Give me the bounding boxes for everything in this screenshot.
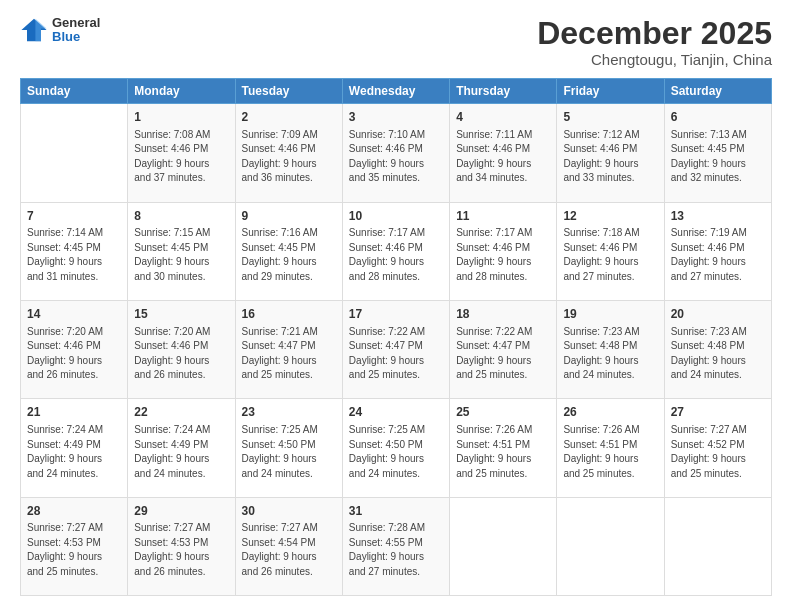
- header-day-monday: Monday: [128, 79, 235, 104]
- logo-blue: Blue: [52, 30, 100, 44]
- header-row: SundayMondayTuesdayWednesdayThursdayFrid…: [21, 79, 772, 104]
- cell-day-number: 28: [27, 503, 121, 520]
- calendar-cell: [664, 497, 771, 595]
- cell-day-number: 5: [563, 109, 657, 126]
- calendar-cell: 17Sunrise: 7:22 AMSunset: 4:47 PMDayligh…: [342, 300, 449, 398]
- cell-day-number: 30: [242, 503, 336, 520]
- cell-day-number: 1: [134, 109, 228, 126]
- cell-day-number: 14: [27, 306, 121, 323]
- cell-day-number: 16: [242, 306, 336, 323]
- cell-info: Sunrise: 7:15 AMSunset: 4:45 PMDaylight:…: [134, 226, 228, 284]
- cell-day-number: 6: [671, 109, 765, 126]
- cell-day-number: 31: [349, 503, 443, 520]
- cell-day-number: 15: [134, 306, 228, 323]
- cell-day-number: 9: [242, 208, 336, 225]
- cell-info: Sunrise: 7:17 AMSunset: 4:46 PMDaylight:…: [349, 226, 443, 284]
- calendar-cell: 14Sunrise: 7:20 AMSunset: 4:46 PMDayligh…: [21, 300, 128, 398]
- cell-info: Sunrise: 7:09 AMSunset: 4:46 PMDaylight:…: [242, 128, 336, 186]
- week-row-2: 14Sunrise: 7:20 AMSunset: 4:46 PMDayligh…: [21, 300, 772, 398]
- calendar-cell: 10Sunrise: 7:17 AMSunset: 4:46 PMDayligh…: [342, 202, 449, 300]
- cell-info: Sunrise: 7:26 AMSunset: 4:51 PMDaylight:…: [563, 423, 657, 481]
- cell-day-number: 17: [349, 306, 443, 323]
- calendar-cell: 22Sunrise: 7:24 AMSunset: 4:49 PMDayligh…: [128, 399, 235, 497]
- calendar-cell: 2Sunrise: 7:09 AMSunset: 4:46 PMDaylight…: [235, 104, 342, 202]
- calendar-cell: 26Sunrise: 7:26 AMSunset: 4:51 PMDayligh…: [557, 399, 664, 497]
- cell-day-number: 29: [134, 503, 228, 520]
- calendar-cell: 30Sunrise: 7:27 AMSunset: 4:54 PMDayligh…: [235, 497, 342, 595]
- calendar-cell: 29Sunrise: 7:27 AMSunset: 4:53 PMDayligh…: [128, 497, 235, 595]
- calendar-cell: 1Sunrise: 7:08 AMSunset: 4:46 PMDaylight…: [128, 104, 235, 202]
- cell-day-number: 3: [349, 109, 443, 126]
- cell-info: Sunrise: 7:24 AMSunset: 4:49 PMDaylight:…: [134, 423, 228, 481]
- calendar-cell: 23Sunrise: 7:25 AMSunset: 4:50 PMDayligh…: [235, 399, 342, 497]
- cell-info: Sunrise: 7:19 AMSunset: 4:46 PMDaylight:…: [671, 226, 765, 284]
- cell-day-number: 10: [349, 208, 443, 225]
- page: General Blue December 2025 Chengtougu, T…: [0, 0, 792, 612]
- title-block: December 2025 Chengtougu, Tianjin, China: [537, 16, 772, 68]
- header-day-tuesday: Tuesday: [235, 79, 342, 104]
- cell-info: Sunrise: 7:12 AMSunset: 4:46 PMDaylight:…: [563, 128, 657, 186]
- calendar-cell: 7Sunrise: 7:14 AMSunset: 4:45 PMDaylight…: [21, 202, 128, 300]
- calendar-cell: 9Sunrise: 7:16 AMSunset: 4:45 PMDaylight…: [235, 202, 342, 300]
- cell-info: Sunrise: 7:24 AMSunset: 4:49 PMDaylight:…: [27, 423, 121, 481]
- calendar-cell: 13Sunrise: 7:19 AMSunset: 4:46 PMDayligh…: [664, 202, 771, 300]
- cell-day-number: 11: [456, 208, 550, 225]
- calendar-cell: 5Sunrise: 7:12 AMSunset: 4:46 PMDaylight…: [557, 104, 664, 202]
- cell-day-number: 2: [242, 109, 336, 126]
- calendar-cell: 27Sunrise: 7:27 AMSunset: 4:52 PMDayligh…: [664, 399, 771, 497]
- cell-info: Sunrise: 7:27 AMSunset: 4:52 PMDaylight:…: [671, 423, 765, 481]
- cell-info: Sunrise: 7:28 AMSunset: 4:55 PMDaylight:…: [349, 521, 443, 579]
- cell-info: Sunrise: 7:21 AMSunset: 4:47 PMDaylight:…: [242, 325, 336, 383]
- cell-info: Sunrise: 7:17 AMSunset: 4:46 PMDaylight:…: [456, 226, 550, 284]
- cell-info: Sunrise: 7:26 AMSunset: 4:51 PMDaylight:…: [456, 423, 550, 481]
- cell-info: Sunrise: 7:16 AMSunset: 4:45 PMDaylight:…: [242, 226, 336, 284]
- cell-day-number: 18: [456, 306, 550, 323]
- location: Chengtougu, Tianjin, China: [537, 51, 772, 68]
- month-title: December 2025: [537, 16, 772, 51]
- header-day-sunday: Sunday: [21, 79, 128, 104]
- week-row-3: 21Sunrise: 7:24 AMSunset: 4:49 PMDayligh…: [21, 399, 772, 497]
- calendar-cell: 11Sunrise: 7:17 AMSunset: 4:46 PMDayligh…: [450, 202, 557, 300]
- calendar-cell: 3Sunrise: 7:10 AMSunset: 4:46 PMDaylight…: [342, 104, 449, 202]
- calendar-body: 1Sunrise: 7:08 AMSunset: 4:46 PMDaylight…: [21, 104, 772, 596]
- cell-day-number: 22: [134, 404, 228, 421]
- cell-info: Sunrise: 7:11 AMSunset: 4:46 PMDaylight:…: [456, 128, 550, 186]
- header: General Blue December 2025 Chengtougu, T…: [20, 16, 772, 68]
- calendar-cell: 28Sunrise: 7:27 AMSunset: 4:53 PMDayligh…: [21, 497, 128, 595]
- svg-marker-0: [21, 19, 46, 41]
- cell-day-number: 27: [671, 404, 765, 421]
- cell-day-number: 21: [27, 404, 121, 421]
- calendar-cell: [21, 104, 128, 202]
- cell-info: Sunrise: 7:25 AMSunset: 4:50 PMDaylight:…: [242, 423, 336, 481]
- cell-day-number: 23: [242, 404, 336, 421]
- cell-info: Sunrise: 7:27 AMSunset: 4:54 PMDaylight:…: [242, 521, 336, 579]
- cell-info: Sunrise: 7:27 AMSunset: 4:53 PMDaylight:…: [134, 521, 228, 579]
- cell-info: Sunrise: 7:13 AMSunset: 4:45 PMDaylight:…: [671, 128, 765, 186]
- cell-day-number: 24: [349, 404, 443, 421]
- calendar-cell: 19Sunrise: 7:23 AMSunset: 4:48 PMDayligh…: [557, 300, 664, 398]
- logo-general: General: [52, 16, 100, 30]
- cell-day-number: 25: [456, 404, 550, 421]
- week-row-4: 28Sunrise: 7:27 AMSunset: 4:53 PMDayligh…: [21, 497, 772, 595]
- cell-info: Sunrise: 7:22 AMSunset: 4:47 PMDaylight:…: [349, 325, 443, 383]
- calendar-cell: 12Sunrise: 7:18 AMSunset: 4:46 PMDayligh…: [557, 202, 664, 300]
- cell-info: Sunrise: 7:14 AMSunset: 4:45 PMDaylight:…: [27, 226, 121, 284]
- calendar-header: SundayMondayTuesdayWednesdayThursdayFrid…: [21, 79, 772, 104]
- cell-info: Sunrise: 7:20 AMSunset: 4:46 PMDaylight:…: [134, 325, 228, 383]
- cell-day-number: 19: [563, 306, 657, 323]
- calendar-cell: 15Sunrise: 7:20 AMSunset: 4:46 PMDayligh…: [128, 300, 235, 398]
- cell-info: Sunrise: 7:23 AMSunset: 4:48 PMDaylight:…: [671, 325, 765, 383]
- cell-info: Sunrise: 7:08 AMSunset: 4:46 PMDaylight:…: [134, 128, 228, 186]
- cell-info: Sunrise: 7:22 AMSunset: 4:47 PMDaylight:…: [456, 325, 550, 383]
- header-day-thursday: Thursday: [450, 79, 557, 104]
- cell-info: Sunrise: 7:23 AMSunset: 4:48 PMDaylight:…: [563, 325, 657, 383]
- calendar-table: SundayMondayTuesdayWednesdayThursdayFrid…: [20, 78, 772, 596]
- logo: General Blue: [20, 16, 100, 45]
- cell-day-number: 7: [27, 208, 121, 225]
- calendar-cell: 31Sunrise: 7:28 AMSunset: 4:55 PMDayligh…: [342, 497, 449, 595]
- header-day-friday: Friday: [557, 79, 664, 104]
- cell-info: Sunrise: 7:10 AMSunset: 4:46 PMDaylight:…: [349, 128, 443, 186]
- cell-day-number: 20: [671, 306, 765, 323]
- calendar-cell: 8Sunrise: 7:15 AMSunset: 4:45 PMDaylight…: [128, 202, 235, 300]
- cell-day-number: 26: [563, 404, 657, 421]
